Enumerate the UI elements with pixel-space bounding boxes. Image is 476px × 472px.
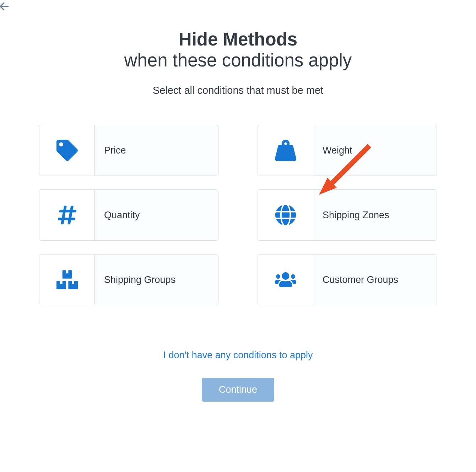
page-title: Hide Methods [179, 28, 297, 50]
weight-icon [258, 125, 313, 176]
users-icon [258, 254, 313, 305]
hash-icon [39, 190, 95, 240]
condition-card-quantity[interactable]: Quantity [39, 189, 218, 241]
continue-button[interactable]: Continue [202, 378, 274, 402]
boxes-icon [39, 254, 95, 305]
card-label: Shipping Zones [313, 190, 437, 240]
price-tag-icon [39, 125, 95, 176]
card-label: Quantity [95, 190, 218, 240]
card-label: Price [95, 125, 218, 176]
card-label: Weight [313, 125, 437, 176]
main-container: Hide Methods when these conditions apply… [0, 0, 476, 402]
condition-card-customer-groups[interactable]: Customer Groups [258, 254, 437, 305]
condition-card-shipping-zones[interactable]: Shipping Zones [258, 189, 437, 241]
card-label: Shipping Groups [95, 254, 218, 305]
globe-icon [258, 190, 313, 240]
instruction-text: Select all conditions that must be met [153, 85, 323, 96]
condition-card-price[interactable]: Price [39, 125, 218, 176]
page-subtitle: when these conditions apply [124, 49, 352, 71]
condition-card-weight[interactable]: Weight [258, 125, 437, 176]
conditions-grid: Price Weight Quantity Shipping Zones Shi [39, 125, 437, 305]
condition-card-shipping-groups[interactable]: Shipping Groups [39, 254, 218, 305]
skip-conditions-link[interactable]: I don't have any conditions to apply [163, 350, 313, 361]
back-arrow-icon[interactable] [0, 1, 9, 13]
card-label: Customer Groups [313, 254, 437, 305]
